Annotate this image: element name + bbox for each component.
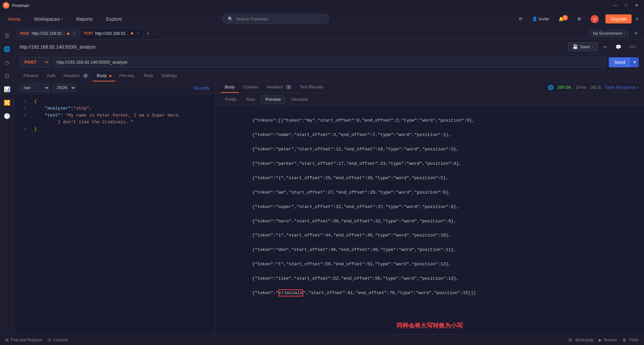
body-type-select[interactable]: raw form-data binary — [19, 84, 50, 92]
gear-icon: ⚙ — [577, 16, 581, 21]
format-select[interactable]: JSON Text XML — [52, 84, 76, 92]
tab-2[interactable]: POST http://192.168.92... ✕ — [80, 29, 143, 38]
console-icon: ⊟ — [48, 338, 51, 342]
request-header-actions: 💾 Save ▾ ✏ 💬 </> — [568, 42, 639, 51]
comment-button[interactable]: 💬 — [613, 42, 624, 51]
upgrade-button[interactable]: Upgrade — [605, 14, 632, 23]
trash-icon: 🗑 — [623, 338, 627, 342]
sidebar-flows-icon[interactable]: 🔀 — [2, 97, 12, 108]
env-selector[interactable]: No Environment ▾ — [589, 30, 629, 37]
resp-line-4: {"token":"parker","start_offset":17,"end… — [252, 161, 462, 166]
request-url-display: http://192.168.92.140:9200/_analyze — [19, 44, 96, 50]
tabs-bar: POST http://192.168.92... ✕ POST http://… — [14, 27, 644, 40]
maximize-button[interactable]: □ — [621, 2, 631, 9]
nav-home[interactable]: Home — [5, 14, 23, 24]
save-button[interactable]: 💾 Save ▾ — [568, 42, 598, 51]
app-name: Postman — [12, 3, 29, 8]
add-tab-button[interactable]: + — [144, 29, 152, 38]
upgrade-dropdown[interactable]: ▾ — [636, 15, 639, 23]
req-tab-params[interactable]: Params — [19, 70, 43, 81]
env-settings-button[interactable]: 👁 — [631, 29, 641, 38]
invite-button[interactable]: 👤 Invite — [529, 15, 552, 23]
req-tab-auth[interactable]: Auth — [43, 70, 60, 81]
sidebar: ☰ 🌐 ◷ ⊡ 📊 🔀 🕐 — [0, 27, 14, 334]
settings-button[interactable]: ⚙ — [575, 15, 584, 23]
tab-right-actions: No Environment ▾ 👁 — [589, 29, 641, 38]
tabs-more-button[interactable]: ··· — [153, 29, 162, 37]
nav-explore[interactable]: Explore — [103, 14, 124, 24]
profile-button[interactable]: U — [588, 14, 601, 24]
minimize-button[interactable]: — — [610, 2, 620, 9]
req-tab-body[interactable]: Body — [93, 70, 115, 81]
beautify-button[interactable]: Beautify — [194, 85, 210, 90]
nav-actions: ⟳ 👤 Invite 🔔 2 ⚙ U Upgrade ▾ — [516, 14, 639, 24]
req-tab-prereq[interactable]: Pre-req. — [115, 70, 139, 81]
env-selector-chevron: ▾ — [623, 31, 625, 35]
close-button[interactable]: ✕ — [632, 2, 641, 9]
workspaces-chevron: ▾ — [61, 17, 63, 21]
method-select[interactable]: POST GET PUT DELETE — [19, 57, 50, 67]
sidebar-history-icon[interactable]: ◷ — [2, 57, 12, 68]
view-tab-pretty[interactable]: Pretty — [221, 95, 241, 104]
avatar: U — [591, 15, 599, 23]
status-bootcamp[interactable]: 🎓 Bootcamp — [568, 338, 593, 342]
view-tab-preview[interactable]: Preview — [261, 95, 285, 104]
sidebar-environments-icon[interactable]: 🌐 — [2, 44, 12, 54]
status-runner[interactable]: ▶ Runner — [599, 338, 617, 342]
req-tab-settings[interactable]: Settings — [157, 70, 181, 81]
edit-button[interactable]: ✏ — [601, 42, 610, 51]
view-tab-visualize[interactable]: Visualize — [286, 95, 313, 104]
send-dropdown-button[interactable]: ▾ — [631, 57, 639, 67]
req-tab-tests[interactable]: Tests — [139, 70, 157, 81]
save-dropdown-chevron: ▾ — [592, 45, 594, 49]
tab-1-close[interactable]: ✕ — [73, 31, 76, 36]
sidebar-clock-icon[interactable]: 🕐 — [2, 111, 12, 121]
request-tabs: Params Auth Headers 8 Body Pre-req. Test… — [14, 70, 644, 82]
json-response-content: {"tokens":[{"token":"my","start_offset":… — [221, 110, 639, 304]
response-tabs: Body Cookies Headers 3 Test Results — [221, 82, 327, 93]
notification-badge: 2 — [562, 15, 568, 20]
code-line-1: 1 { — [19, 98, 210, 105]
nav-workspaces[interactable]: Workspaces ▾ — [31, 14, 65, 24]
status-code: 200 OK — [557, 85, 571, 90]
tab-2-close[interactable]: ✕ — [137, 31, 140, 36]
view-tab-raw[interactable]: Raw — [242, 95, 260, 104]
code-button[interactable]: </> — [627, 42, 639, 51]
resp-tab-cookies[interactable]: Cookies — [239, 82, 263, 93]
code-editor[interactable]: 1 { 2 "analyzer":"stop", 3 "text": "My n… — [14, 94, 215, 334]
tab-1-url: http://192.168.92... — [32, 31, 65, 36]
tab-1[interactable]: POST http://192.168.92... ✕ — [17, 29, 79, 38]
response-status: 🌐 200 OK 19 ms 382 B Save Response ▾ — [548, 85, 639, 90]
runner-icon: ▶ — [599, 338, 602, 342]
notification-button[interactable]: 🔔 2 — [556, 15, 571, 23]
status-trash[interactable]: 🗑 Trash — [623, 338, 639, 342]
resp-line-6: {"token":"am","start_offset":27,"end_off… — [252, 190, 451, 195]
request-form: POST GET PUT DELETE Send ▾ — [14, 54, 644, 70]
req-tab-headers[interactable]: Headers 8 — [60, 70, 93, 81]
status-find-replace[interactable]: ⊞ Find and Replace — [5, 338, 42, 342]
resp-line-13: {"token":"criminals","start_offset":61,"… — [252, 289, 476, 296]
url-input[interactable] — [52, 57, 606, 67]
resp-tab-headers[interactable]: Headers 3 — [263, 82, 296, 93]
search-bar[interactable]: 🔍 Search Postman — [222, 14, 329, 24]
right-pane: Body Cookies Headers 3 Test Results 🌐 20… — [215, 82, 644, 334]
main-layout: ☰ 🌐 ◷ ⊡ 📊 🔀 🕐 POST http://192.168.92... … — [0, 27, 644, 334]
resp-tab-body[interactable]: Body — [221, 82, 239, 93]
bootcamp-icon: 🎓 — [568, 338, 573, 342]
request-header: http://192.168.92.140:9200/_analyze 💾 Sa… — [14, 40, 644, 54]
sidebar-monitor-icon[interactable]: 📊 — [2, 84, 12, 94]
req-tabs-more[interactable]: ··· — [630, 70, 639, 81]
resp-tab-testresults[interactable]: Test Results — [296, 82, 328, 93]
send-button[interactable]: Send — [609, 57, 631, 67]
tab-2-method: POST — [84, 31, 93, 35]
sidebar-collections-icon[interactable]: ☰ — [2, 30, 12, 41]
sync-button[interactable]: ⟳ — [516, 15, 525, 23]
window-controls: — □ ✕ — [610, 2, 641, 9]
nav-reports[interactable]: Reports — [73, 14, 95, 24]
status-console[interactable]: ⊟ Console — [48, 338, 68, 342]
search-placeholder: Search Postman — [236, 16, 268, 21]
send-button-group: Send ▾ — [609, 57, 639, 67]
resp-line-3: {"token":"peter","start_offset":11,"end_… — [252, 147, 459, 152]
sidebar-mock-icon[interactable]: ⊡ — [2, 70, 12, 81]
save-response-button[interactable]: Save Response ▾ — [605, 85, 639, 90]
